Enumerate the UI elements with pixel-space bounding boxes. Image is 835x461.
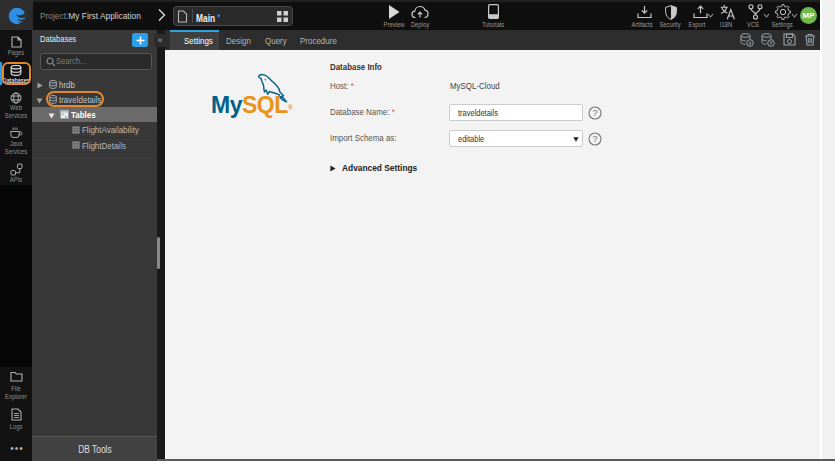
svg-text:?: ? <box>592 108 597 118</box>
svg-text:?: ? <box>592 134 597 144</box>
